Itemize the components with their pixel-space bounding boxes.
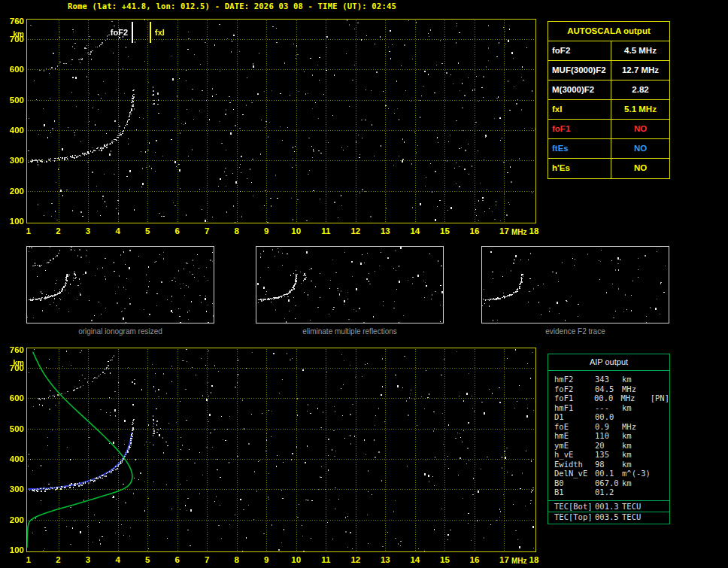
table-row: DelN_vE 00.1 m^(-3) — [548, 469, 669, 478]
parameter-value: 0.9 — [595, 422, 622, 432]
processing-step-thumbnail: original ionogram resized — [26, 246, 214, 336]
parameter-name: hmF2 — [548, 375, 595, 384]
aip-tec-rows: TEC[Bot] 001.3 TECU TEC[Top] 003.5 TECU — [548, 500, 669, 524]
table-row: foF1 NO — [548, 120, 669, 139]
parameter-value: 4.5 MHz — [611, 41, 669, 60]
parameter-unit: km — [622, 441, 652, 451]
parameter-name: B1 — [548, 488, 595, 497]
parameter-value: NO — [611, 120, 669, 138]
parameter-value: 00.0 — [594, 393, 620, 403]
y-tick-label: 500 — [0, 424, 24, 434]
parameter-value: NO — [611, 159, 669, 178]
parameter-value: 343 — [595, 375, 622, 384]
y-tick-label: 760 — [0, 16, 24, 26]
thumbnail-caption: eliminate multiple reflections — [256, 327, 444, 336]
y-tick-label: 200 — [0, 515, 24, 525]
y-tick-label: 400 — [0, 125, 24, 135]
x-tick-label: 7 — [198, 226, 216, 236]
x-axis-unit-label: MHz — [508, 557, 529, 566]
autoscala-table-title: AUTOSCALA output — [548, 22, 669, 41]
x-tick-label: 11 — [317, 554, 335, 565]
parameter-value: 04.5 — [595, 384, 622, 394]
parameter-unit: TECU — [622, 502, 652, 512]
x-tick-label: 13 — [376, 554, 394, 565]
restored-ionogram-canvas — [26, 348, 536, 552]
x-tick-label: 4 — [109, 554, 127, 565]
table-row: B0 067.0 km — [548, 478, 669, 488]
x-tick-label: 2 — [50, 226, 68, 236]
parameter-label: h'Es — [548, 159, 611, 178]
page-title: Rome (lat: +41.8, lon: 012.5) - DATE: 20… — [68, 2, 396, 11]
thumbnail-ionogram-canvas — [481, 246, 669, 323]
x-tick-label: 4 — [109, 226, 127, 236]
x-tick-label: 14 — [406, 554, 424, 565]
parameter-name: D1 — [548, 412, 595, 422]
parameter-unit: km — [622, 478, 652, 488]
x-tick-label: 10 — [287, 554, 305, 565]
table-row: hmF2 343 km — [548, 375, 669, 384]
x-tick-label: 6 — [168, 554, 187, 565]
main-ionogram-canvas — [26, 19, 536, 223]
parameter-name: foF2 — [548, 384, 595, 394]
thumbnail-ionogram-canvas — [26, 246, 214, 323]
parameter-label: foF2 — [548, 41, 611, 60]
x-tick-label: 1 — [20, 554, 38, 565]
parameter-label: M(3000)F2 — [548, 80, 611, 99]
y-tick-label: 600 — [0, 393, 24, 403]
parameter-flag — [652, 384, 669, 394]
parameter-value: 135 — [595, 450, 622, 460]
table-row: foF2 04.5 MHz — [548, 384, 669, 394]
parameter-label: ftEs — [548, 139, 611, 158]
parameter-flag: [PN] — [651, 393, 669, 403]
x-tick-label: 9 — [257, 554, 275, 565]
parameter-unit: m^(-3) — [622, 469, 652, 478]
aip-table-rows: hmF2 343 km foF2 04.5 MHz foF1 00.0 MHz — [548, 371, 669, 497]
parameter-unit: km — [622, 450, 652, 460]
parameter-flag — [652, 403, 669, 413]
parameter-flag — [652, 422, 669, 432]
thumbnail-ionogram-canvas — [256, 246, 444, 323]
x-tick-label: 16 — [466, 226, 484, 236]
x-tick-label: 8 — [228, 554, 246, 565]
parameter-unit: TECU — [622, 512, 652, 523]
x-tick-label: 15 — [435, 554, 453, 565]
parameter-flag — [652, 469, 669, 478]
x-tick-label: 15 — [435, 226, 453, 236]
aip-output-table: AIP output hmF2 343 km foF2 04.5 MHz — [548, 354, 670, 524]
table-row: hmE 110 km — [548, 431, 669, 441]
parameter-label: MUF(3000)F2 — [548, 61, 611, 80]
x-tick-label: 2 — [50, 554, 68, 565]
table-row: hmF1 --- km — [548, 403, 669, 413]
table-row: fxI 5.1 MHz — [548, 100, 669, 120]
parameter-value: 00.1 — [595, 469, 622, 478]
x-tick-label: 7 — [198, 554, 216, 565]
parameter-label: fxI — [548, 100, 611, 119]
y-tick-label: 200 — [0, 186, 24, 196]
table-row: h'Es NO — [548, 159, 669, 178]
parameter-name: B0 — [548, 478, 595, 488]
parameter-flag — [652, 431, 669, 441]
parameter-value: 98 — [595, 460, 622, 469]
parameter-value: NO — [611, 139, 669, 158]
parameter-value: 003.5 — [595, 512, 622, 523]
parameter-unit — [622, 412, 652, 422]
table-row: ftEs NO — [548, 139, 669, 159]
parameter-unit — [622, 488, 652, 497]
parameter-flag — [652, 375, 669, 384]
table-row: h_vE 135 km — [548, 450, 669, 460]
parameter-name: ymE — [548, 441, 595, 451]
x-tick-label: 3 — [79, 554, 97, 565]
table-row: TEC[Bot] 001.3 TECU — [548, 502, 669, 512]
parameter-value: 20 — [595, 441, 622, 451]
table-row: foF2 4.5 MHz — [548, 41, 669, 61]
parameter-flag — [652, 460, 669, 469]
parameter-value: --- — [595, 403, 622, 413]
y-tick-label: 500 — [0, 95, 24, 105]
x-tick-label: 9 — [257, 226, 275, 236]
y-axis-unit-label: km — [0, 30, 24, 39]
parameter-unit: MHz — [622, 422, 652, 432]
parameter-value: 067.0 — [595, 478, 622, 488]
table-row: foE 0.9 MHz — [548, 422, 669, 432]
x-tick-label: 12 — [347, 554, 365, 565]
parameter-name: Ewidth — [548, 460, 595, 469]
